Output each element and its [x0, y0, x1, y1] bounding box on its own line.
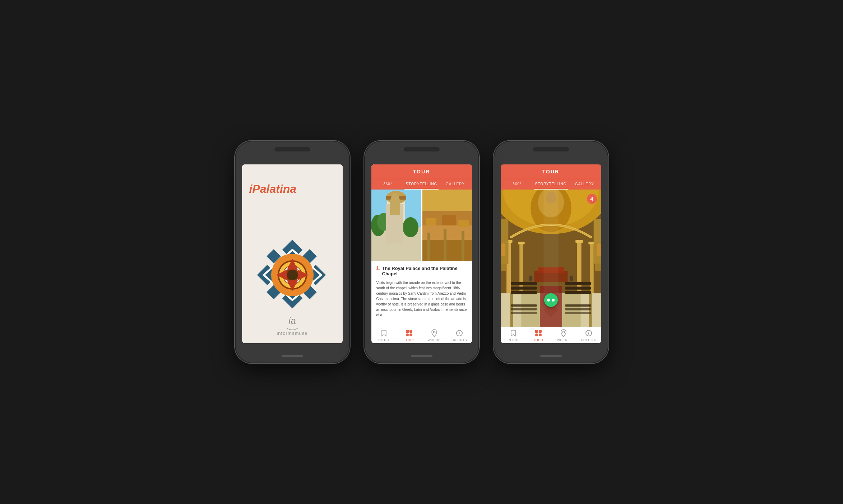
nav-credits-label: CREDITS [451, 338, 467, 342]
tab-360-photo[interactable]: 360° [501, 179, 534, 190]
brand-arc [285, 326, 299, 331]
nav-tour[interactable]: TOUR [397, 329, 422, 342]
svg-rect-89 [596, 243, 601, 256]
tour-text-area: 1. The Royal Palace and the Palatine Cha… [371, 261, 472, 322]
tab-storytelling-photo[interactable]: STORYTELLING [534, 179, 568, 190]
nav-intro-label: INTRO [378, 338, 389, 342]
svg-rect-40 [444, 229, 446, 261]
phone-tour-list: TOUR 360° STORYTELLING GALLERY [364, 141, 479, 363]
svg-rect-79 [565, 308, 591, 310]
tour-photo-tabs: 360° STORYTELLING GALLERY [501, 179, 601, 190]
grid-icon-photo [534, 329, 542, 337]
pin-icon-photo [560, 329, 568, 337]
tour-photo-header: TOUR [501, 164, 601, 179]
phone-splash-screen: iPalatina [242, 164, 343, 343]
svg-rect-76 [511, 304, 537, 307]
nav-where-photo[interactable]: WHERE [551, 329, 576, 342]
tour-list-tabs: 360° STORYTELLING GALLERY [371, 179, 472, 190]
tab-gallery[interactable]: GALLERY [439, 179, 472, 190]
svg-rect-23 [397, 207, 403, 216]
svg-rect-77 [565, 304, 591, 307]
svg-rect-75 [565, 291, 591, 294]
item1-number: 1. [376, 266, 380, 279]
two-dots [547, 299, 555, 302]
grid-icon [405, 329, 413, 337]
svg-rect-74 [565, 286, 591, 289]
nav-credits[interactable]: i CREDITS [447, 329, 472, 342]
info-icon-photo: i [585, 329, 593, 337]
brand-bottom: ia informamuse [277, 315, 307, 336]
tour-images-row [371, 190, 472, 261]
phone-splash: iPalatina [235, 141, 350, 363]
svg-rect-36 [426, 218, 436, 225]
dot-2 [552, 299, 555, 302]
nav-tour-photo[interactable]: TOUR [526, 329, 551, 342]
svg-rect-73 [565, 282, 591, 285]
phone-tour-photo: TOUR 360° STORYTELLING GALLERY [494, 141, 608, 363]
brand-name: informamuse [277, 331, 307, 336]
tab-360[interactable]: 360° [371, 179, 404, 190]
dot-1 [547, 299, 550, 302]
nav-where-label: WHERE [428, 338, 441, 342]
svg-rect-80 [511, 312, 537, 314]
app-title: iPalatina [249, 182, 297, 196]
svg-rect-81 [565, 312, 591, 314]
phone-tour-list-screen: TOUR 360° STORYTELLING GALLERY [371, 164, 472, 343]
location-dot-overlay [544, 293, 558, 307]
tour-list-body: 1. The Royal Palace and the Palatine Cha… [371, 190, 472, 327]
bookmark-icon [380, 329, 388, 337]
tour-image-building [371, 190, 421, 261]
svg-rect-70 [511, 282, 537, 285]
svg-rect-30 [422, 190, 472, 211]
tab-gallery-photo[interactable]: GALLERY [568, 179, 601, 190]
item1-description: Visits begin with the arcade on the exte… [376, 280, 467, 318]
svg-rect-72 [511, 291, 537, 294]
bottom-nav-tour-list: INTRO TOUR [371, 327, 472, 343]
svg-rect-39 [427, 233, 430, 261]
svg-rect-21 [386, 196, 406, 200]
svg-rect-87 [501, 243, 505, 256]
scene: iPalatina [221, 126, 623, 378]
svg-point-84 [529, 276, 532, 282]
svg-point-42 [433, 331, 435, 333]
tour-photo-content: TOUR 360° STORYTELLING GALLERY [501, 164, 601, 343]
svg-rect-37 [442, 215, 456, 225]
svg-rect-22 [390, 207, 395, 216]
phone-tour-photo-screen: TOUR 360° STORYTELLING GALLERY [501, 164, 601, 343]
svg-point-91 [562, 331, 564, 333]
tour-image-mosaic [422, 190, 472, 261]
church-photo-area: 4 [501, 190, 601, 327]
nav-intro-photo[interactable]: INTRO [501, 329, 526, 342]
svg-point-85 [569, 276, 573, 282]
splash-graphic [253, 235, 332, 314]
tab-storytelling[interactable]: STORYTELLING [404, 179, 439, 190]
nav-where-photo-label: WHERE [557, 338, 570, 342]
tour-list-content: TOUR 360° STORYTELLING GALLERY [371, 164, 472, 343]
item1-title: The Royal Palace and the Palatine Chapel [382, 266, 467, 276]
building-svg [371, 190, 421, 261]
svg-rect-78 [511, 308, 537, 310]
nav-tour-photo-label: TOUR [533, 338, 543, 342]
svg-point-13 [287, 270, 298, 280]
nav-credits-photo[interactable]: i CREDITS [576, 329, 601, 342]
svg-rect-71 [511, 286, 537, 289]
svg-rect-38 [458, 220, 469, 227]
nav-tour-label: TOUR [404, 338, 414, 342]
nav-where[interactable]: WHERE [422, 329, 447, 342]
svg-rect-90 [543, 190, 558, 293]
svg-rect-41 [462, 231, 464, 261]
svg-rect-57 [518, 242, 525, 244]
svg-point-26 [377, 213, 390, 231]
nav-intro-photo-label: INTRO [508, 338, 519, 342]
info-icon: i [455, 329, 463, 337]
mosaic-svg [422, 190, 472, 261]
photo-badge: 4 [587, 194, 597, 204]
nav-intro[interactable]: INTRO [371, 329, 397, 342]
brand-logo: ia [288, 315, 296, 326]
bookmark-icon-photo [509, 329, 517, 337]
splash-content: iPalatina [242, 164, 343, 343]
nav-credits-photo-label: CREDITS [581, 338, 596, 342]
tour-list-header: TOUR [371, 164, 472, 179]
bottom-nav-tour-photo: INTRO TOUR [501, 327, 601, 343]
mandala-svg [253, 235, 332, 314]
